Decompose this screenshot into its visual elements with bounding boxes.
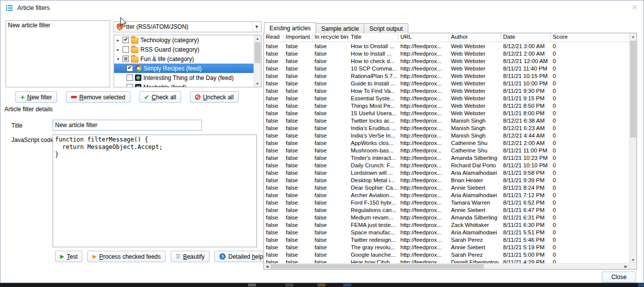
checkbox-checked[interactable] <box>123 37 129 43</box>
cell: Daily Crunch: F... <box>349 162 398 169</box>
article-row[interactable]: falsefalsefalseHow to Install ...http://… <box>264 50 629 58</box>
article-row[interactable]: falsefalsefalseMedium revam...http://fee… <box>264 214 629 221</box>
feed-tree-item[interactable]: Interesting Thing of the Day (feed) <box>114 73 254 82</box>
article-row[interactable]: falsefalsefalseDaily Crunch: F...http://… <box>264 162 629 169</box>
scroll-up-icon[interactable]: ▲ <box>630 33 637 40</box>
detailed-help-button[interactable]: ? Detailed help <box>214 251 268 262</box>
titlebar[interactable]: Article filters ✕ <box>0 0 644 15</box>
tab-existing-articles[interactable]: Existing articles <box>264 22 316 34</box>
article-row[interactable]: falsefalsefalseLordstown will ...http://… <box>264 169 629 177</box>
table-vscroll-thumb[interactable] <box>630 41 636 138</box>
scroll-down-icon[interactable]: ▼ <box>254 80 261 87</box>
article-row[interactable]: falsefalsefalseFord F-150 hybr...http://… <box>264 199 629 207</box>
article-row[interactable]: falsefalsefalse10 SCP Comma...http://fee… <box>264 65 629 72</box>
cell: 0 <box>551 207 629 214</box>
checkbox-unchecked[interactable] <box>127 74 133 81</box>
article-row[interactable]: falsefalsefalseHow to check d...http://f… <box>264 58 629 65</box>
table-vertical-scrollbar[interactable]: ▲ ▼ <box>629 33 637 263</box>
article-row[interactable]: falsefalsefalseTwitter redesign...http:/… <box>264 236 629 244</box>
remove-selected-button[interactable]: Remove selected <box>66 91 130 103</box>
article-row[interactable]: falsefalsefalseHow To Find Va...http://f… <box>264 87 629 95</box>
uncheck-all-button[interactable]: Uncheck all <box>190 91 239 103</box>
beautify-button[interactable]: ☰ Beautify <box>171 251 209 262</box>
process-checked-feeds-button[interactable]: ▶ Process checked feeds <box>87 251 166 262</box>
title-input[interactable] <box>53 120 202 131</box>
test-button[interactable]: ▶ Test <box>55 251 82 262</box>
cell: Dear Sophie: Ca... <box>349 184 398 192</box>
article-row[interactable]: falsefalsefalseThe gray revolu...http://… <box>264 244 629 251</box>
checkbox-unchecked[interactable] <box>123 46 129 53</box>
article-row[interactable]: falsefalsefalseDesktop Metal i...http://… <box>264 177 629 184</box>
article-row[interactable]: falsefalsefalseFEMA just teste...http://… <box>264 221 629 229</box>
new-filter-button[interactable]: + New filter <box>15 91 57 103</box>
cell: 8/11/21 5:00 PM <box>501 251 551 259</box>
feed-tree-item[interactable]: ▸RSS Guard (category) <box>114 45 254 54</box>
article-row[interactable]: falsefalsefalseAppWorks clos...http://fe… <box>264 140 629 147</box>
column-header-title[interactable]: Title <box>349 33 398 42</box>
article-row[interactable]: falsefalsefalseHear how Cityb...http://f… <box>264 259 629 263</box>
scroll-right-icon[interactable]: ▶ <box>623 264 629 269</box>
taskbar[interactable] <box>0 283 644 287</box>
close-button[interactable]: Close <box>602 272 636 283</box>
cell: Ford F-150 hybr... <box>349 199 398 207</box>
cell: http://feedprox... <box>398 65 449 72</box>
article-row[interactable]: falsefalsefalseGoogle launche...http://f… <box>264 251 629 259</box>
filters-listbox[interactable]: New article filter <box>5 20 110 87</box>
javascript-code-editor[interactable]: function filterMessage() { return Messag… <box>53 135 257 247</box>
article-row[interactable]: falsefalsefalseIndia's Eruditus ...http:… <box>264 125 629 132</box>
cell: 0 <box>551 80 629 87</box>
scroll-left-icon[interactable]: ◀ <box>264 264 270 269</box>
cell: false <box>313 65 349 72</box>
table-hscroll-thumb[interactable] <box>270 264 484 269</box>
article-row[interactable]: falsefalsefalseDear Sophie: Ca...http://… <box>264 184 629 192</box>
column-header-read[interactable]: Read <box>264 33 284 42</box>
check-all-button[interactable]: ✔ Check all <box>139 91 181 103</box>
close-window-icon[interactable]: ✕ <box>631 3 638 12</box>
article-row[interactable]: falsefalsefalseArcher Aviation...http://… <box>264 192 629 199</box>
column-header-important[interactable]: Important <box>284 33 313 42</box>
column-header-score[interactable]: Score <box>551 33 629 42</box>
account-combobox[interactable]: tter (RSS/ATOM/JSON) ▼ <box>114 21 261 32</box>
article-row[interactable]: falsefalsefalseRegulations can...http://… <box>264 207 629 214</box>
checkbox-partial[interactable] <box>123 56 129 62</box>
column-header-url[interactable]: URL <box>398 33 449 42</box>
chevron-down-icon[interactable]: ▾ <box>116 57 121 62</box>
cell: 0 <box>551 140 629 147</box>
cell: false <box>284 154 313 162</box>
article-row[interactable]: falsefalsefalseTwitter locks ac...http:/… <box>264 117 629 125</box>
feed-tree-item[interactable]: ▸Technology (category) <box>114 35 254 45</box>
article-row[interactable]: falsefalsefalseSpace manufac...http://fe… <box>264 229 629 236</box>
tab-sample-article[interactable]: Sample article <box>316 23 364 33</box>
article-row[interactable]: falsefalsefalseRationalPlan 5.7...http:/… <box>264 72 629 80</box>
column-header-date[interactable]: Date <box>501 33 551 42</box>
column-header-in-recycle-bin[interactable]: In recycle bin <box>313 33 349 42</box>
checkbox-unchecked[interactable] <box>127 84 133 87</box>
cell: http://feedprox... <box>398 177 449 184</box>
feed-tree-item[interactable]: MMashable (feed) <box>114 82 254 87</box>
feed-tree-item[interactable]: Simply Recipes (feed) <box>114 64 254 73</box>
cell: false <box>284 125 313 132</box>
cell: false <box>264 50 284 58</box>
article-row[interactable]: falsefalsefalse15 Useful Usera...http://… <box>264 110 629 117</box>
filter-list-item[interactable]: New article filter <box>6 21 109 29</box>
scroll-up-icon[interactable]: ▲ <box>254 35 261 42</box>
article-row[interactable]: falsefalsefalseGuide to Install ...http:… <box>264 80 629 87</box>
column-header-author[interactable]: Author <box>449 33 501 42</box>
tree-scrollbar[interactable]: ▲ ▼ <box>254 35 261 87</box>
checkbox-checked[interactable] <box>127 65 133 72</box>
chevron-right-icon[interactable]: ▸ <box>116 38 121 43</box>
chevron-right-icon[interactable]: ▸ <box>116 47 121 52</box>
tab-script-output[interactable]: Script output <box>364 23 408 33</box>
cell: 0 <box>551 65 629 72</box>
cell: false <box>264 244 284 251</box>
article-row[interactable]: falsefalsefalseThings Most Pe...http://f… <box>264 102 629 110</box>
scroll-down-icon[interactable]: ▼ <box>630 257 637 263</box>
tree-scrollbar-thumb[interactable] <box>255 42 260 63</box>
article-row[interactable]: falsefalsefalseMushroom-bas...http://fee… <box>264 147 629 154</box>
article-row[interactable]: falsefalsefalseTinder's interact...http:… <box>264 154 629 162</box>
feed-tree-item[interactable]: ▾Fun & life (category) <box>114 54 254 64</box>
article-row[interactable]: falsefalsefalseIndia's VerSe In...http:/… <box>264 132 629 140</box>
table-horizontal-scrollbar[interactable]: ◀ ▶ <box>264 263 629 269</box>
article-row[interactable]: falsefalsefalseHow to Onstall ...http://… <box>264 43 629 50</box>
article-row[interactable]: falsefalsefalseEssential Syste...http://… <box>264 95 629 102</box>
